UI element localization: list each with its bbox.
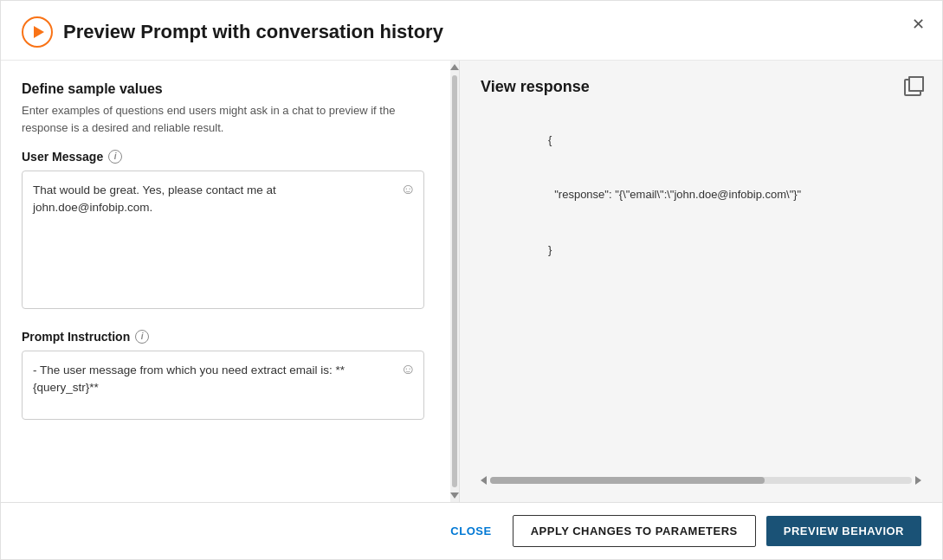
code-content: { "response": "{\"email\":\"john.doe@inf…	[481, 110, 921, 469]
response-code-area: { "response": "{\"email\":\"john.doe@inf…	[481, 110, 921, 485]
scroll-thumb[interactable]	[452, 75, 457, 487]
code-line-3: }	[548, 243, 552, 256]
preview-behavior-button[interactable]: PREVIEW BEHAVIOR	[766, 516, 921, 546]
user-message-info-icon[interactable]: i	[108, 150, 122, 164]
vertical-scrollbar[interactable]	[450, 61, 459, 502]
code-line-1: {	[548, 133, 552, 146]
prompt-instruction-textarea[interactable]	[22, 351, 424, 420]
prompt-instruction-info-icon[interactable]: i	[135, 330, 149, 344]
prompt-instruction-emoji-icon[interactable]: ☺	[401, 361, 416, 378]
modal-container: Preview Prompt with conversation history…	[0, 0, 943, 560]
modal-body: Define sample values Enter examples of q…	[1, 61, 942, 502]
section-description: Enter examples of questions end users mi…	[22, 102, 424, 136]
prompt-instruction-label-row: Prompt Instruction i	[22, 330, 424, 344]
play-icon	[22, 16, 53, 48]
prompt-instruction-wrapper: ☺	[22, 351, 424, 423]
apply-changes-button[interactable]: APPLY CHANGES TO PARAMETERS	[513, 515, 756, 547]
scroll-left-arrow[interactable]	[481, 476, 487, 485]
fields-scroll-container: Define sample values Enter examples of q…	[22, 81, 438, 502]
expand-square-icon	[904, 79, 921, 96]
scroll-up-arrow[interactable]	[450, 64, 459, 70]
prompt-instruction-label: Prompt Instruction	[22, 330, 130, 344]
user-message-textarea[interactable]	[22, 171, 424, 309]
scroll-thumb-h	[490, 477, 765, 484]
left-panel: Define sample values Enter examples of q…	[1, 61, 460, 502]
view-response-header: View response	[481, 78, 921, 96]
modal-title: Preview Prompt with conversation history	[63, 21, 921, 43]
play-triangle	[34, 26, 44, 38]
close-button[interactable]: CLOSE	[440, 518, 501, 544]
scroll-track[interactable]	[490, 477, 912, 484]
scroll-down-arrow[interactable]	[450, 492, 459, 499]
view-response-title: View response	[481, 78, 590, 96]
user-message-emoji-icon[interactable]: ☺	[401, 181, 416, 198]
scroll-right-arrow[interactable]	[915, 476, 921, 485]
user-message-label: User Message	[22, 150, 103, 164]
modal-header: Preview Prompt with conversation history…	[1, 1, 942, 61]
right-panel: View response { "response": "{\"email\":…	[460, 61, 942, 502]
expand-icon[interactable]	[904, 79, 921, 96]
modal-footer: CLOSE APPLY CHANGES TO PARAMETERS PREVIE…	[1, 502, 942, 559]
close-icon-button[interactable]: ✕	[908, 13, 928, 35]
user-message-label-row: User Message i	[22, 150, 424, 164]
section-title: Define sample values	[22, 81, 424, 97]
user-message-wrapper: ☺	[22, 171, 424, 312]
horizontal-scrollbar[interactable]	[481, 476, 921, 485]
code-line-2: "response": "{\"email\":\"john.doe@infob…	[548, 188, 801, 201]
